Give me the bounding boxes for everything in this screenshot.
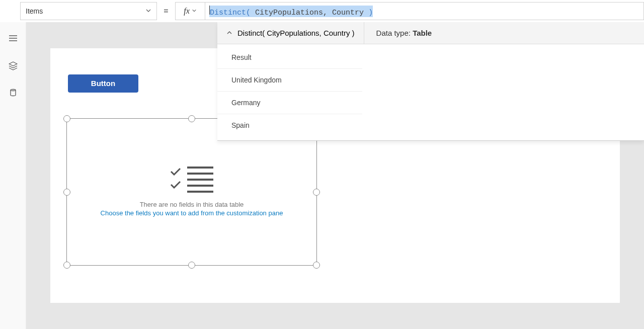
- property-name: Items: [26, 7, 43, 15]
- chevron-down-icon: [192, 8, 197, 14]
- result-expression: Distinct( CityPopulations, Country ): [237, 29, 355, 37]
- fx-label: fx: [184, 7, 190, 16]
- empty-message-line1: There are no fields in this data table: [67, 201, 316, 208]
- formula-arg2: Country: [332, 9, 364, 17]
- data-icon[interactable]: [8, 88, 18, 98]
- property-selector[interactable]: Items: [20, 2, 157, 20]
- datatype-value: Table: [413, 29, 432, 37]
- formula-comma: ,: [323, 9, 328, 17]
- chevron-down-icon: [145, 7, 151, 15]
- result-row[interactable]: Germany: [217, 92, 362, 114]
- formula-result-panel: Distinct( CityPopulations, Country ) Dat…: [217, 22, 644, 141]
- equals-sign: =: [157, 7, 175, 16]
- resize-handle[interactable]: [63, 262, 70, 269]
- formula-arg1: CityPopulations: [255, 9, 323, 17]
- resize-handle[interactable]: [313, 262, 320, 269]
- hamburger-icon[interactable]: [8, 33, 18, 43]
- result-row[interactable]: United Kingdom: [217, 69, 362, 92]
- result-header-left[interactable]: Distinct( CityPopulations, Country ): [217, 22, 364, 44]
- result-datatype: Data type: Table: [364, 29, 444, 37]
- chevron-up-icon: [226, 30, 232, 37]
- result-column-header: Result: [217, 46, 362, 69]
- resize-handle[interactable]: [188, 262, 195, 269]
- formula-close-paren: ): [368, 9, 373, 17]
- data-table-empty-state: There are no fields in this data table C…: [67, 167, 316, 217]
- resize-handle[interactable]: [63, 115, 70, 122]
- formula-input[interactable]: Distinct( CityPopulations, Country ): [205, 2, 644, 20]
- fx-button[interactable]: fx: [175, 2, 205, 20]
- formula-open-paren: (: [246, 9, 251, 17]
- result-row[interactable]: Spain: [217, 114, 362, 136]
- result-header: Distinct( CityPopulations, Country ) Dat…: [217, 22, 644, 44]
- resize-handle[interactable]: [188, 115, 195, 122]
- empty-message-line2[interactable]: Choose the fields you want to add from t…: [67, 209, 316, 217]
- tree-view-icon[interactable]: [8, 60, 18, 70]
- formula-bar: Items = fx Distinct( CityPopulations, Co…: [0, 0, 644, 22]
- left-sidebar: [0, 22, 26, 329]
- checklist-icon: [170, 167, 213, 193]
- datatype-label: Data type:: [376, 29, 413, 37]
- result-list: Result United Kingdom Germany Spain: [217, 44, 644, 140]
- formula-fn: Distinct: [210, 9, 246, 17]
- button-control[interactable]: Button: [68, 74, 138, 93]
